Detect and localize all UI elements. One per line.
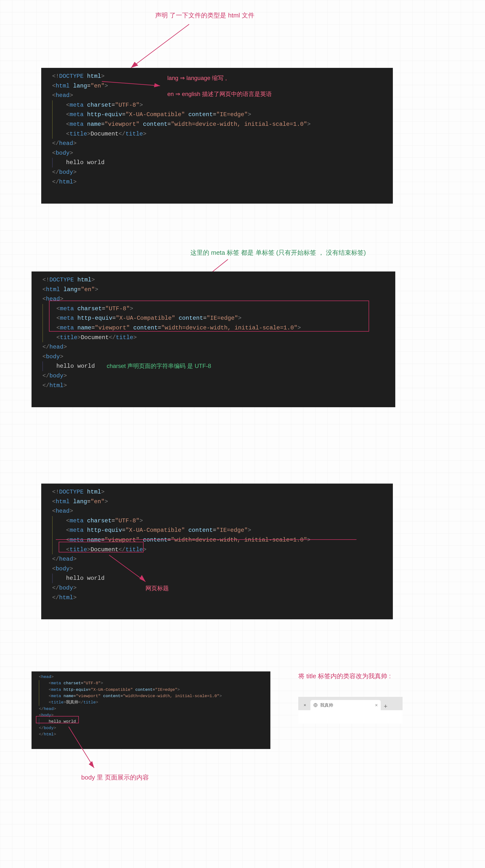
- code-line: <body>: [52, 148, 387, 158]
- code-block-2: <!DOCTYPE html> <html lang="en"> <head> …: [32, 272, 395, 407]
- annotation-title: 网页标题: [146, 583, 169, 593]
- code-line: hello world: [42, 362, 389, 371]
- code-line: <!DOCTYPE html>: [42, 275, 389, 285]
- annotation-body: body 里 页面展示的内容: [81, 773, 149, 782]
- code-line: <html lang="en">: [42, 285, 389, 294]
- annotation-title-change: 将 title 标签内的类容改为我真帅 :: [298, 672, 391, 680]
- code-line: <meta charset="UTF-8">: [52, 516, 387, 526]
- annotation-meta-single: 这里的 meta 标签 都是 单标签 (只有开始标签 ， 没有结束标签): [190, 248, 366, 257]
- tab-close[interactable]: ×: [304, 703, 306, 708]
- annotation-lang-1: lang ⇒ language 缩写 ,: [167, 73, 227, 83]
- code-line: </body>: [39, 725, 267, 731]
- code-block-4: <head> <meta charset="UTF-8"> <meta http…: [32, 672, 270, 749]
- tab-active[interactable]: 我真帅 ×: [310, 700, 381, 710]
- code-line: <head>: [39, 674, 267, 680]
- annotation-charset: charset 声明页面的字符串编码 是 UTF-8: [107, 361, 211, 371]
- code-line: </html>: [52, 593, 387, 602]
- tab-close-icon[interactable]: ×: [370, 703, 378, 708]
- code-line: </html>: [52, 177, 387, 187]
- code-line: <meta charset="UTF-8">: [52, 100, 387, 110]
- code-line: <title>Document</title>: [42, 333, 389, 342]
- code-line: <meta name="viewport" content="width=dev…: [52, 120, 387, 129]
- code-line: <title>我真帅</title>: [39, 699, 267, 706]
- code-line: </body>: [52, 583, 387, 593]
- code-line: <meta http-equiv="X-UA-Compatible" conte…: [52, 110, 387, 120]
- code-line: <meta name="viewport" content="width=dev…: [42, 323, 389, 333]
- code-block-1: <!DOCTYPE html> <html lang="en"> <head> …: [41, 68, 393, 204]
- arrow-doctype: [121, 22, 194, 75]
- svg-marker-1: [131, 62, 138, 68]
- code-line: <meta charset="UTF-8">: [42, 304, 389, 314]
- code-line: <meta name="viewport" content="width=dev…: [52, 535, 387, 545]
- code-line: <meta name="viewport" content="width=dev…: [39, 693, 267, 699]
- tab-title: 我真帅: [320, 702, 333, 708]
- globe-icon: [313, 703, 318, 707]
- code-line: </html>: [39, 731, 267, 738]
- code-line: <title>Document</title>: [52, 129, 387, 139]
- code-line: <head>: [42, 294, 389, 304]
- code-line: <meta http-equiv="X-UA-Compatible" conte…: [39, 687, 267, 693]
- tab-bar: × 我真帅 × +: [298, 697, 402, 710]
- svg-line-0: [131, 24, 189, 68]
- code-line: hello world: [52, 158, 387, 167]
- code-line: </head>: [42, 342, 389, 352]
- code-line: <meta http-equiv="X-UA-Compatible" conte…: [52, 526, 387, 535]
- code-line: <html lang="en">: [52, 497, 387, 506]
- annotation-doctype: 声明 了一下文件的类型是 html 文件: [155, 11, 254, 20]
- code-line: <body>: [39, 712, 267, 718]
- new-tab-button[interactable]: +: [381, 703, 390, 710]
- code-line: <head>: [52, 506, 387, 516]
- annotation-lang-2: en ⇒ english 描述了网页中的语言是英语: [167, 89, 272, 99]
- svg-marker-10: [89, 761, 94, 768]
- code-line: hello world: [52, 574, 387, 583]
- code-line: </html>: [42, 381, 389, 391]
- code-line: </body>: [42, 371, 389, 381]
- code-line: <meta http-equiv="X-UA-Compatible" conte…: [42, 313, 389, 323]
- code-line: </head>: [39, 706, 267, 712]
- code-line: <body>: [52, 564, 387, 574]
- code-line: <!DOCTYPE html>: [52, 487, 387, 497]
- code-block-3: <!DOCTYPE html> <html lang="en"> <head> …: [41, 484, 393, 619]
- code-line: </head>: [52, 138, 387, 148]
- address-bar[interactable]: [298, 710, 402, 723]
- tab-blank[interactable]: ×: [301, 700, 310, 710]
- code-line: <title>Document</title>: [52, 545, 387, 555]
- code-line: hello world: [39, 718, 267, 725]
- code-line: <meta charset="UTF-8">: [39, 680, 267, 686]
- code-line: </head>: [52, 554, 387, 564]
- browser-tabs: × 我真帅 × +: [298, 697, 402, 723]
- code-line: </body>: [52, 167, 387, 177]
- code-line: <body>: [42, 352, 389, 362]
